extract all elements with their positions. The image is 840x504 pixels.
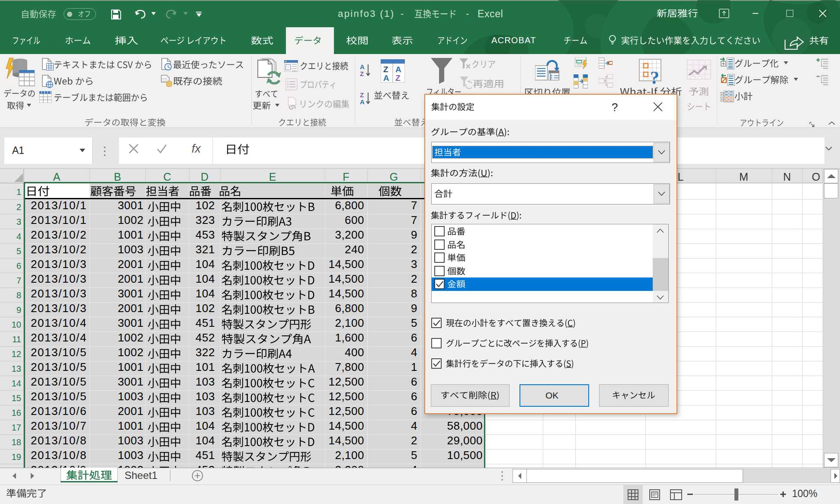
svg-text:Z: Z [395,73,401,83]
svg-text:Z: Z [360,92,364,99]
svg-text:A: A [395,65,401,74]
svg-text:?: ? [650,68,659,86]
svg-text:A: A [383,73,389,83]
svg-text:A: A [360,64,365,70]
svg-text:Z: Z [383,65,388,74]
svg-text:A: A [360,98,365,105]
svg-text:Z: Z [360,70,364,77]
